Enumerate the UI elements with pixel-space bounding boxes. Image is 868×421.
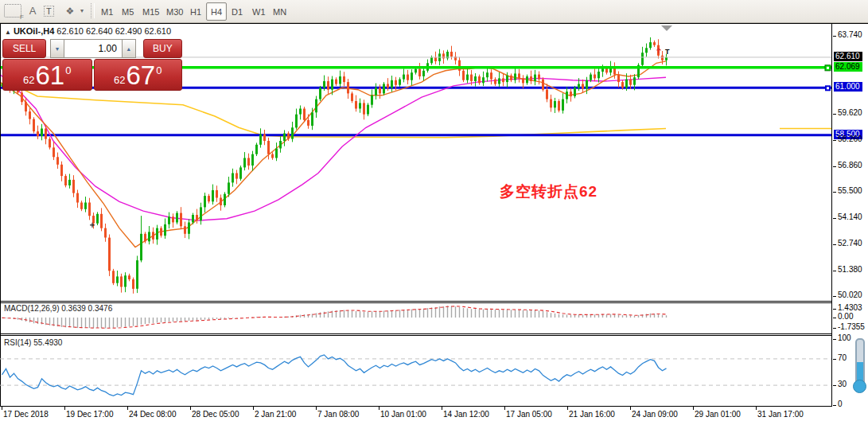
time-tick bbox=[2, 407, 2, 410]
timeframe-button-w1[interactable]: W1 bbox=[247, 2, 271, 21]
timeframe-button-mn[interactable]: MN bbox=[268, 2, 291, 21]
price-axis-label: 59.620 bbox=[838, 108, 862, 117]
ohlc-readout: 62.610 62.640 62.490 62.610 bbox=[56, 26, 171, 36]
time-axis-label: 10 Jan 01:00 bbox=[380, 410, 426, 419]
macd-axis-label: 1.4303 bbox=[838, 303, 862, 312]
time-axis-label: 17 Jan 05:00 bbox=[506, 410, 552, 419]
triangle-up-icon: ▲ bbox=[126, 46, 131, 52]
time-tick bbox=[190, 407, 191, 410]
timeframe-button-h4[interactable]: H4 bbox=[206, 2, 227, 21]
axis-tick bbox=[833, 271, 836, 271]
bid-price-button[interactable]: 62610 bbox=[2, 59, 92, 91]
time-tick bbox=[442, 407, 442, 410]
ask-pips: 67 bbox=[127, 62, 156, 88]
axis-tick bbox=[833, 114, 836, 115]
one-click-trade-panel: SELL ▼ ▲ BUY 62610 62670 bbox=[2, 39, 182, 91]
svg-text:T: T bbox=[665, 48, 670, 56]
axis-tick bbox=[833, 140, 836, 141]
fibonacci-icon: F bbox=[4, 4, 21, 18]
time-tick bbox=[504, 407, 505, 410]
bid-pips: 61 bbox=[36, 62, 65, 88]
toolbar: F A T ❖ ▾ M1M5M15M30H1H4D1W1MN bbox=[0, 0, 868, 23]
collapse-panel-icon[interactable]: ▲ bbox=[5, 29, 11, 36]
time-tick bbox=[127, 407, 128, 410]
price-axis-label: 56.860 bbox=[838, 161, 862, 170]
axis-tick bbox=[833, 405, 836, 406]
ask-pipette: 0 bbox=[156, 64, 162, 76]
text-label-tool-button[interactable]: T bbox=[44, 2, 54, 19]
time-axis-label: 14 Jan 12:00 bbox=[443, 410, 489, 419]
macd-axis-label: 0.00 bbox=[838, 312, 853, 321]
axis-tick bbox=[833, 36, 836, 37]
toolbar-grip[interactable] bbox=[91, 3, 95, 18]
buy-button[interactable]: BUY bbox=[143, 39, 182, 58]
price-tag-green: 62.069 bbox=[834, 62, 862, 72]
volume-increase-button[interactable]: ▲ bbox=[122, 39, 136, 58]
time-tick bbox=[693, 407, 694, 410]
symbol-header: ▲UKOil-,H4 62.610 62.640 62.490 62.610 bbox=[5, 26, 171, 36]
arrows-icon: ❖ bbox=[66, 6, 75, 17]
volume-input[interactable] bbox=[64, 39, 122, 58]
axis-tick bbox=[833, 328, 836, 329]
sell-button[interactable]: SELL bbox=[2, 39, 46, 58]
timeframe-button-m30[interactable]: M30 bbox=[162, 2, 188, 21]
time-tick bbox=[630, 407, 631, 410]
rsi-indicator-label: RSI(14) 55.4930 bbox=[4, 338, 62, 347]
time-tick bbox=[567, 407, 568, 410]
axis-tick bbox=[833, 192, 836, 193]
chevron-down-icon: ▾ bbox=[80, 7, 84, 14]
time-axis-label: 17 Dec 2018 bbox=[3, 410, 49, 419]
rsi-axis-label: 100 bbox=[838, 333, 851, 342]
price-axis-label: 54.140 bbox=[838, 212, 862, 221]
time-axis-label: 7 Jan 08:00 bbox=[317, 410, 359, 419]
macd-indicator-label: MACD(12,26,9) 0.3639 0.3476 bbox=[4, 304, 112, 313]
timeframe-button-d1[interactable]: D1 bbox=[227, 2, 247, 21]
arrows-dropdown-button[interactable]: ▾ bbox=[78, 2, 86, 19]
thermometer-overlay-icon bbox=[854, 338, 863, 398]
price-axis-label: 58.260 bbox=[838, 134, 862, 143]
timeframe-button-h1[interactable]: H1 bbox=[185, 2, 206, 21]
price-axis-label: 50.020 bbox=[838, 290, 862, 299]
timeframe-button-m5[interactable]: M5 bbox=[117, 2, 138, 21]
arrows-tool-button[interactable]: ❖ bbox=[64, 2, 76, 19]
time-axis-label: 21 Jan 16:00 bbox=[569, 410, 615, 419]
timeframe-button-m15[interactable]: M15 bbox=[138, 2, 164, 21]
chart-text-annotation[interactable]: 多空转折点62 bbox=[500, 181, 597, 202]
ask-big-figure: 62 bbox=[114, 74, 125, 86]
time-axis-label: 19 Dec 17:00 bbox=[66, 410, 114, 419]
axis-tick bbox=[833, 359, 836, 360]
timeframe-button-m1[interactable]: M1 bbox=[96, 2, 118, 21]
time-tick bbox=[756, 407, 757, 410]
text-tool-button[interactable]: A bbox=[26, 2, 39, 19]
axis-tick bbox=[833, 296, 836, 297]
price-axis-label: 51.380 bbox=[838, 265, 862, 274]
axis-tick bbox=[833, 339, 836, 340]
price-tag-black: 62.610 bbox=[834, 52, 862, 61]
price-axis-label: 55.500 bbox=[838, 186, 862, 195]
axis-tick bbox=[833, 318, 836, 318]
axis-tick bbox=[833, 309, 836, 310]
time-tick bbox=[379, 407, 380, 410]
symbol-name: UKOil-,H4 bbox=[14, 26, 54, 36]
axis-tick bbox=[833, 385, 836, 386]
volume-decrease-button[interactable]: ▼ bbox=[50, 39, 64, 58]
bid-pipette: 0 bbox=[65, 64, 71, 76]
time-axis[interactable]: 17 Dec 201819 Dec 17:0024 Dec 08:0028 De… bbox=[0, 407, 868, 421]
axis-tick bbox=[833, 218, 836, 219]
price-tag-blue: 61.000 bbox=[834, 82, 862, 92]
price-axis-label: 52.740 bbox=[838, 239, 862, 248]
price-axis-label: 63.740 bbox=[838, 30, 862, 39]
rsi-axis-label: 30 bbox=[838, 380, 847, 388]
chart-window: T ▲UKOil-,H4 62.610 62.640 62.490 62.610… bbox=[0, 23, 868, 421]
fibonacci-tool-button[interactable]: F bbox=[4, 2, 21, 19]
text-label-icon: T bbox=[44, 6, 54, 17]
time-axis-label: 28 Dec 05:00 bbox=[192, 410, 239, 419]
time-tick bbox=[316, 407, 317, 410]
time-tick bbox=[253, 407, 254, 410]
time-axis-label: 24 Dec 08:00 bbox=[129, 410, 177, 419]
rsi-axis-label: 70 bbox=[838, 353, 847, 362]
axis-tick bbox=[833, 244, 836, 245]
ask-price-button[interactable]: 62670 bbox=[94, 59, 183, 91]
time-axis-label: 2 Jan 21:00 bbox=[255, 410, 296, 419]
macd-axis-label: -1.7355 bbox=[838, 322, 865, 331]
